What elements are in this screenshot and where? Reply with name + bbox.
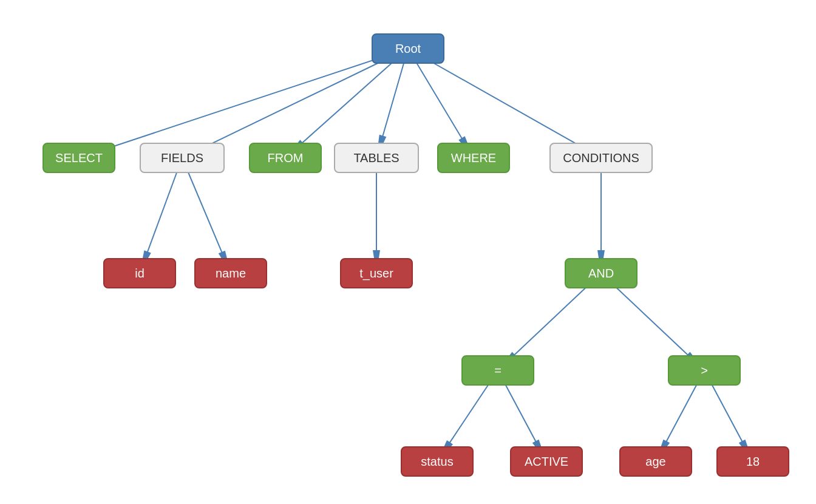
- tree-diagram: RootSELECTFIELDSFROMTABLESWHERECONDITION…: [0, 0, 816, 504]
- svg-line-0: [94, 49, 408, 153]
- node-eighteen[interactable]: 18: [716, 446, 789, 477]
- svg-line-2: [196, 49, 408, 151]
- node-t_user[interactable]: t_user: [340, 258, 413, 288]
- node-status[interactable]: status: [401, 446, 474, 477]
- node-root[interactable]: Root: [372, 33, 444, 64]
- node-where[interactable]: WHERE: [437, 143, 510, 173]
- node-id[interactable]: id: [103, 258, 176, 288]
- connections-svg: [0, 0, 816, 504]
- node-select[interactable]: SELECT: [42, 143, 115, 173]
- node-tables[interactable]: TABLES: [334, 143, 419, 173]
- node-and[interactable]: AND: [565, 258, 638, 288]
- node-gt[interactable]: >: [668, 355, 741, 386]
- svg-line-10: [408, 49, 587, 150]
- node-conditions[interactable]: CONDITIONS: [549, 143, 653, 173]
- node-name[interactable]: name: [194, 258, 267, 288]
- node-active[interactable]: ACTIVE: [510, 446, 583, 477]
- node-eq[interactable]: =: [461, 355, 534, 386]
- node-fields[interactable]: FIELDS: [140, 143, 225, 173]
- node-from[interactable]: FROM: [249, 143, 322, 173]
- node-age[interactable]: age: [619, 446, 692, 477]
